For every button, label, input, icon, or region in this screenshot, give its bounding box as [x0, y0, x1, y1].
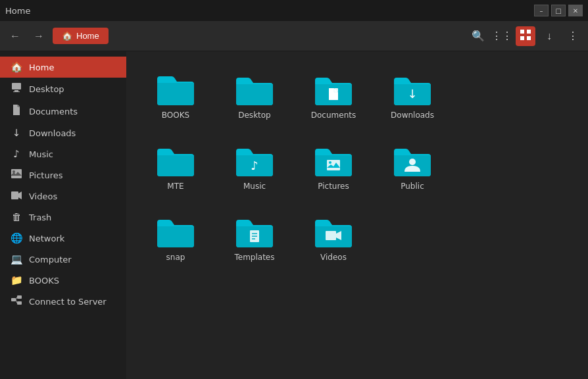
- sidebar-item-music[interactable]: ♪ Music: [0, 143, 126, 164]
- sidebar-item-videos[interactable]: Videos: [0, 186, 126, 207]
- folder-snap-icon: [155, 212, 197, 249]
- books-sidebar-icon: 📁: [11, 274, 22, 286]
- sidebar-item-connect[interactable]: Connect to Server: [0, 291, 126, 312]
- downloads-icon: ↓: [11, 127, 22, 139]
- sidebar-computer-label: Computer: [29, 255, 72, 265]
- sidebar: 🏠 Home Desktop Documents ↓: [0, 51, 126, 379]
- view-switch-button[interactable]: ⋮⋮: [492, 26, 512, 46]
- folder-documents-label: Documents: [311, 111, 356, 120]
- maximize-button[interactable]: □: [551, 5, 566, 16]
- search-icon: 🔍: [472, 30, 485, 42]
- folder-templates-icon: [233, 212, 276, 249]
- pictures-icon: [11, 169, 22, 181]
- folder-desktop-label: Desktop: [238, 111, 271, 120]
- folder-documents-icon: [312, 70, 355, 107]
- sidebar-music-label: Music: [29, 149, 53, 159]
- sidebar-item-pictures[interactable]: Pictures: [0, 164, 126, 186]
- sidebar-network-label: Network: [29, 234, 64, 243]
- svg-text:♪: ♪: [251, 159, 258, 172]
- sidebar-videos-label: Videos: [29, 191, 57, 201]
- folder-mte-label: MTE: [167, 182, 184, 191]
- sidebar-desktop-label: Desktop: [29, 84, 64, 94]
- close-button[interactable]: ✕: [568, 5, 583, 16]
- sidebar-downloads-label: Downloads: [29, 128, 76, 138]
- folder-grid: BOOKS Desktop: [139, 64, 575, 267]
- folder-books-icon: [155, 70, 197, 107]
- svg-rect-3: [527, 36, 531, 40]
- sidebar-item-documents[interactable]: Documents: [0, 100, 126, 122]
- folder-documents[interactable]: Documents: [297, 64, 370, 125]
- sidebar-books-label: BOOKS: [29, 276, 59, 286]
- computer-icon: 💻: [11, 253, 22, 265]
- sidebar-item-downloads[interactable]: ↓ Downloads: [0, 122, 126, 143]
- sidebar-item-trash[interactable]: 🗑 Trash: [0, 207, 126, 228]
- svg-rect-12: [17, 301, 22, 305]
- svg-rect-4: [12, 83, 21, 89]
- svg-point-19: [329, 161, 331, 164]
- sidebar-item-desktop[interactable]: Desktop: [0, 78, 126, 100]
- sidebar-item-home[interactable]: 🏠 Home: [0, 57, 126, 78]
- network-icon: 🌐: [11, 232, 22, 244]
- folder-public-icon: [391, 141, 433, 178]
- folder-desktop[interactable]: Desktop: [218, 64, 291, 125]
- svg-rect-11: [17, 295, 22, 299]
- svg-line-13: [16, 297, 17, 300]
- folder-public[interactable]: Public: [376, 136, 449, 196]
- folder-downloads-label: Downloads: [391, 111, 434, 120]
- folder-pictures[interactable]: Pictures: [297, 136, 370, 196]
- svg-point-20: [409, 159, 416, 165]
- svg-rect-0: [520, 30, 524, 34]
- svg-rect-1: [527, 30, 531, 34]
- svg-rect-9: [11, 191, 18, 199]
- home-icon: 🏠: [62, 31, 72, 41]
- menu-button[interactable]: ⋮: [563, 26, 583, 46]
- folder-books[interactable]: BOOKS: [139, 64, 212, 125]
- svg-rect-6: [13, 91, 20, 92]
- sort-button[interactable]: ↓: [539, 26, 559, 46]
- svg-rect-2: [520, 36, 524, 40]
- back-button[interactable]: ←: [5, 26, 25, 46]
- window-controls: – □ ✕: [534, 5, 583, 16]
- folder-mte[interactable]: MTE: [139, 136, 212, 196]
- home-sidebar-icon: 🏠: [11, 61, 22, 73]
- window-title: Home: [5, 6, 30, 16]
- folder-videos[interactable]: Videos: [297, 207, 370, 267]
- folder-downloads[interactable]: ↓ Downloads: [376, 64, 449, 125]
- svg-text:↓: ↓: [407, 87, 417, 101]
- folder-mte-icon: [155, 141, 197, 178]
- sidebar-item-books[interactable]: 📁 BOOKS: [0, 270, 126, 291]
- home-button[interactable]: 🏠 Home: [53, 28, 109, 44]
- videos-icon: [11, 190, 22, 202]
- documents-icon: [11, 105, 22, 118]
- forward-button[interactable]: →: [29, 26, 49, 46]
- folder-videos-label: Videos: [320, 253, 347, 262]
- desktop-icon: [11, 82, 22, 95]
- back-icon: ←: [10, 30, 20, 42]
- folder-desktop-icon: [233, 70, 276, 107]
- folder-templates[interactable]: Templates: [218, 207, 291, 267]
- sidebar-pictures-label: Pictures: [29, 170, 62, 180]
- grid-view-button[interactable]: [516, 26, 535, 46]
- sidebar-item-network[interactable]: 🌐 Network: [0, 228, 126, 249]
- svg-rect-10: [11, 298, 16, 301]
- folder-pictures-label: Pictures: [318, 182, 349, 191]
- sidebar-documents-label: Documents: [29, 107, 78, 116]
- main-layout: 🏠 Home Desktop Documents ↓: [0, 51, 588, 379]
- folder-templates-label: Templates: [234, 253, 274, 262]
- folder-snap[interactable]: snap: [139, 207, 212, 267]
- folder-music-label: Music: [243, 182, 266, 191]
- titlebar: Home – □ ✕: [0, 0, 588, 21]
- view-switch-icon: ⋮⋮: [491, 30, 512, 42]
- trash-icon: 🗑: [11, 211, 22, 223]
- toolbar: ← → 🏠 Home 🔍 ⋮⋮ ↓ ⋮: [0, 21, 588, 51]
- folder-pictures-icon: [312, 141, 355, 178]
- search-button[interactable]: 🔍: [468, 26, 488, 46]
- minimize-button[interactable]: –: [534, 5, 549, 16]
- home-label: Home: [76, 31, 99, 41]
- sidebar-item-computer[interactable]: 💻 Computer: [0, 249, 126, 270]
- connect-icon: [11, 295, 22, 307]
- sidebar-trash-label: Trash: [29, 213, 51, 222]
- forward-icon: →: [34, 30, 44, 42]
- folder-music[interactable]: ♪ Music: [218, 136, 291, 196]
- sort-icon: ↓: [547, 30, 552, 42]
